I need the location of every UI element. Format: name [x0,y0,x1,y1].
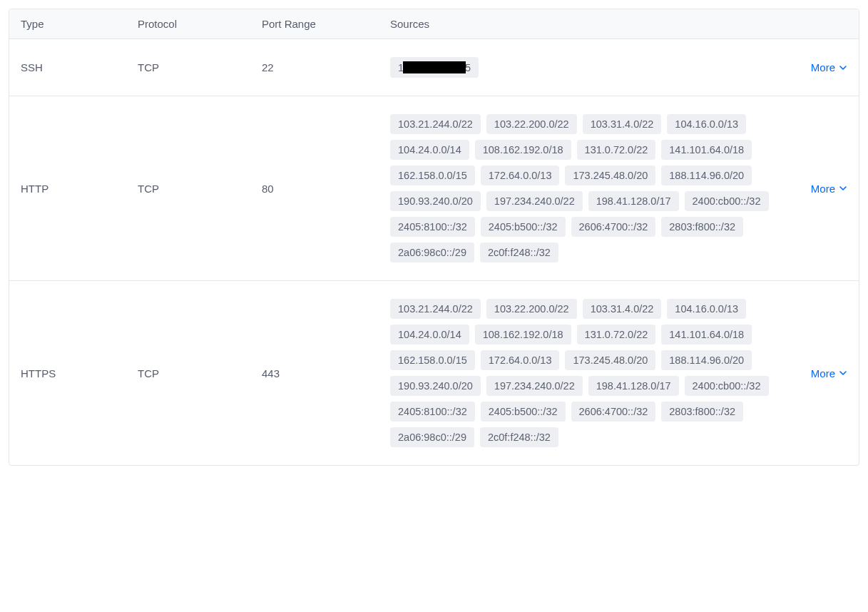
source-tag: 188.114.96.0/20 [661,350,752,370]
source-tag: 131.0.72.0/22 [577,140,656,160]
cell-protocol: TCP [138,183,262,195]
source-tag: 2803:f800::/32 [661,217,743,237]
cell-type: SSH [21,61,138,73]
chevron-down-icon [839,369,847,377]
source-tag-redacted: 15 [390,57,479,78]
source-tag: 103.21.244.0/22 [390,114,481,134]
more-button[interactable]: More [811,61,847,73]
source-tag: 103.31.4.0/22 [583,299,662,319]
cell-type: HTTPS [21,367,138,379]
source-tag: 2405:b500::/32 [481,217,566,237]
more-label: More [811,367,835,379]
cell-protocol: TCP [138,61,262,73]
cell-sources: 103.21.244.0/22103.22.200.0/22103.31.4.0… [390,114,790,262]
source-tag: 2c0f:f248::/32 [480,427,558,447]
cell-port: 80 [262,183,390,195]
more-button[interactable]: More [811,183,847,195]
cell-protocol: TCP [138,367,262,379]
source-tag: 103.21.244.0/22 [390,299,481,319]
source-tag: 2405:b500::/32 [481,402,566,422]
cell-sources: 103.21.244.0/22103.22.200.0/22103.31.4.0… [390,299,790,447]
header-port: Port Range [262,18,390,30]
source-tag: 2a06:98c0::/29 [390,243,474,262]
source-tag: 2a06:98c0::/29 [390,427,474,447]
source-tag: 188.114.96.0/20 [661,165,752,185]
cell-more: More [790,183,847,195]
source-tag: 190.93.240.0/20 [390,191,481,211]
cell-port: 22 [262,61,390,73]
table-row: HTTPSTCP443103.21.244.0/22103.22.200.0/2… [9,281,859,465]
source-tag: 172.64.0.0/13 [481,350,560,370]
source-tag: 2405:8100::/32 [390,217,475,237]
source-tag: 141.101.64.0/18 [661,140,752,160]
source-tag: 197.234.240.0/22 [486,376,583,396]
cell-more: More [790,61,847,73]
chevron-down-icon [839,63,847,72]
table-header-row: Type Protocol Port Range Sources [9,9,859,39]
source-tag: 2606:4700::/32 [571,402,656,422]
source-tag: 104.24.0.0/14 [390,140,469,160]
header-type: Type [21,18,138,30]
source-tag: 173.245.48.0/20 [565,165,655,185]
rules-table: Type Protocol Port Range Sources SSHTCP2… [9,9,859,466]
source-tag: 190.93.240.0/20 [390,376,481,396]
cell-port: 443 [262,367,390,379]
source-tag: 198.41.128.0/17 [588,191,679,211]
table-row: SSHTCP2215More [9,39,859,96]
source-tag: 173.245.48.0/20 [565,350,655,370]
source-tag: 104.16.0.0/13 [667,299,746,319]
source-tag: 104.16.0.0/13 [667,114,746,134]
source-tag: 2606:4700::/32 [571,217,656,237]
source-tag: 108.162.192.0/18 [475,140,571,160]
redacted-bar [403,61,466,73]
header-protocol: Protocol [138,18,262,30]
cell-type: HTTP [21,183,138,195]
source-tag: 103.31.4.0/22 [583,114,662,134]
source-tag: 162.158.0.0/15 [390,165,475,185]
more-button[interactable]: More [811,367,847,379]
source-tag: 2400:cb00::/32 [685,376,769,396]
more-label: More [811,183,835,195]
source-tag: 162.158.0.0/15 [390,350,475,370]
source-tag: 103.22.200.0/22 [486,114,577,134]
header-sources: Sources [390,18,847,30]
table-row: HTTPTCP80103.21.244.0/22103.22.200.0/221… [9,96,859,281]
source-tag: 2c0f:f248::/32 [480,243,558,262]
cell-more: More [790,367,847,379]
more-label: More [811,61,835,73]
chevron-down-icon [839,184,847,193]
source-tag: 2803:f800::/32 [661,402,743,422]
source-tag: 2400:cb00::/32 [685,191,769,211]
cell-sources: 15 [390,57,790,78]
source-tag: 197.234.240.0/22 [486,191,583,211]
source-tag: 108.162.192.0/18 [475,325,571,345]
source-tag: 103.22.200.0/22 [486,299,577,319]
source-tag: 198.41.128.0/17 [588,376,679,396]
source-tag: 141.101.64.0/18 [661,325,752,345]
source-tag: 131.0.72.0/22 [577,325,656,345]
source-tag: 172.64.0.0/13 [481,165,560,185]
source-tag: 2405:8100::/32 [390,402,475,422]
source-tag: 104.24.0.0/14 [390,325,469,345]
